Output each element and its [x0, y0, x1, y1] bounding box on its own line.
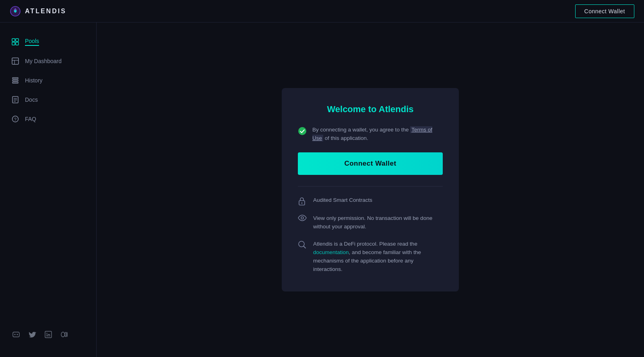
svg-line-32	[304, 246, 306, 248]
sidebar-item-pools[interactable]: Pools	[0, 32, 96, 51]
info-item-view-only: View only permission. No transaction wil…	[298, 214, 443, 231]
defi-text: Atlendis is a DeFi protocol. Please read…	[313, 240, 443, 274]
svg-point-27	[298, 127, 306, 135]
svg-rect-4	[12, 42, 15, 45]
logo-area: ATLENDIS	[10, 6, 66, 17]
sidebar-item-history[interactable]: History	[0, 71, 96, 90]
sidebar-pools-label: Pools	[25, 38, 39, 46]
svg-point-25	[65, 332, 67, 337]
check-circle-icon	[298, 127, 307, 135]
medium-icon[interactable]	[60, 330, 69, 339]
sidebar-item-dashboard[interactable]: My Dashboard	[0, 51, 96, 71]
svg-text:?: ?	[14, 117, 17, 122]
sidebar-docs-label: Docs	[25, 96, 38, 103]
sidebar-history-label: History	[25, 77, 43, 84]
sidebar-footer	[0, 322, 96, 347]
sidebar-item-docs[interactable]: Docs	[0, 90, 96, 109]
svg-point-20	[17, 334, 18, 335]
svg-point-22	[46, 333, 47, 334]
svg-rect-3	[16, 39, 19, 41]
modal-title: Welcome to Atlendis	[298, 104, 443, 115]
audited-text: Audited Smart Contracts	[313, 196, 372, 205]
sidebar-dashboard-label: My Dashboard	[25, 58, 62, 64]
pools-icon	[11, 38, 19, 46]
terms-row: By connecting a wallet, you agree to the…	[298, 126, 443, 143]
terms-text: By connecting a wallet, you agree to the…	[312, 126, 443, 143]
svg-rect-6	[12, 58, 19, 64]
lock-icon	[298, 197, 307, 205]
sidebar-item-faq[interactable]: ? FAQ	[0, 109, 96, 129]
svg-rect-18	[13, 332, 19, 337]
info-item-defi: Atlendis is a DeFi protocol. Please read…	[298, 240, 443, 274]
svg-point-24	[61, 332, 65, 337]
eye-icon	[298, 215, 307, 224]
dashboard-icon	[11, 57, 19, 65]
svg-rect-5	[16, 42, 19, 45]
main-connect-wallet-button[interactable]: Connect Wallet	[298, 152, 443, 175]
svg-rect-9	[12, 78, 18, 79]
svg-rect-10	[12, 80, 18, 81]
svg-rect-11	[12, 82, 18, 83]
sidebar-faq-label: FAQ	[25, 116, 36, 122]
search-icon	[298, 240, 307, 249]
twitter-icon[interactable]	[27, 330, 37, 339]
svg-point-19	[14, 334, 16, 335]
documentation-link[interactable]: documentation	[313, 249, 349, 255]
svg-point-1	[14, 10, 17, 12]
docs-icon	[11, 96, 19, 104]
header: ATLENDIS Connect Wallet	[0, 0, 644, 23]
logo-text: ATLENDIS	[25, 8, 66, 15]
info-item-audited: Audited Smart Contracts	[298, 196, 443, 205]
divider	[298, 186, 443, 187]
svg-rect-2	[12, 39, 15, 41]
view-only-text: View only permission. No transaction wil…	[313, 214, 443, 231]
sidebar: Pools My Dashboard History	[0, 23, 97, 357]
header-connect-wallet-button[interactable]: Connect Wallet	[575, 4, 634, 18]
welcome-modal: Welcome to Atlendis By connecting a wall…	[282, 88, 459, 291]
main-content: Welcome to Atlendis By connecting a wall…	[97, 23, 644, 357]
discord-icon[interactable]	[11, 330, 21, 339]
info-list: Audited Smart Contracts View only permis…	[298, 196, 443, 274]
atlendis-logo-icon	[10, 6, 21, 17]
svg-point-30	[301, 217, 303, 219]
history-icon	[11, 76, 19, 84]
svg-point-29	[301, 203, 303, 204]
linkedin-icon[interactable]	[43, 330, 53, 339]
faq-icon: ?	[11, 115, 19, 123]
